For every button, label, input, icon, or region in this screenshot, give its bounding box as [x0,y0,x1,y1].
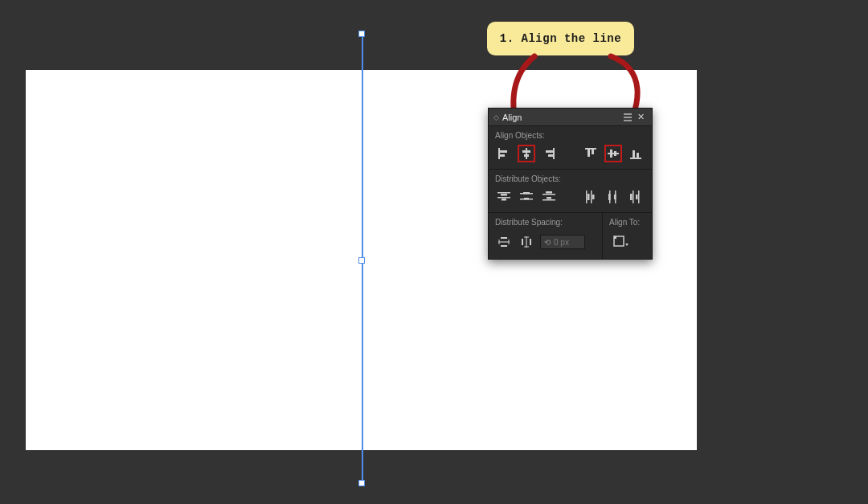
align-objects-row [489,143,652,169]
distribute-hcenter-button[interactable] [604,188,622,206]
svg-rect-31 [588,194,590,200]
align-panel: ◇ Align ✕ Align Objects: Distri [488,108,653,260]
svg-rect-5 [524,154,529,157]
svg-rect-23 [520,193,533,195]
svg-rect-21 [502,199,506,201]
annotation-callout-text: 1. Align the line [500,32,621,45]
svg-rect-20 [497,197,510,199]
svg-rect-2 [500,154,505,157]
svg-rect-8 [548,154,553,157]
align-vertical-center-button[interactable] [604,145,622,162]
svg-rect-27 [542,194,555,195]
align-bottom-button[interactable] [627,145,645,162]
svg-rect-26 [546,191,552,194]
svg-rect-14 [614,151,616,156]
svg-rect-38 [630,194,633,200]
svg-rect-1 [500,150,507,153]
svg-rect-41 [638,191,640,203]
panel-menu-icon[interactable] [621,111,634,124]
align-top-button[interactable] [582,145,600,162]
svg-rect-11 [592,150,594,154]
svg-rect-10 [588,150,590,157]
svg-rect-43 [498,241,510,243]
svg-rect-16 [633,150,635,158]
svg-rect-37 [615,191,616,203]
distribute-spacing-label: Distribute Spacing: [495,218,596,230]
svg-rect-29 [542,199,555,201]
distribute-right-button[interactable] [627,188,645,206]
distribute-spacing-vertical-button[interactable] [495,233,513,251]
align-objects-label: Align Objects: [489,126,652,143]
svg-rect-4 [522,150,530,153]
selection-handle-middle[interactable] [358,257,365,264]
svg-rect-28 [547,197,551,199]
svg-rect-45 [522,239,523,245]
spacing-value-input[interactable]: ⟲ 0 px [540,235,585,249]
align-panel-title: Align [502,113,522,122]
svg-rect-17 [637,153,639,158]
spacing-value-text: 0 px [554,238,569,247]
svg-rect-33 [592,195,595,199]
selection-handle-bottom[interactable] [358,480,365,486]
svg-rect-49 [614,236,616,239]
svg-rect-7 [546,150,553,153]
distribute-spacing-horizontal-button[interactable] [518,233,535,251]
svg-rect-6 [553,148,555,159]
svg-rect-0 [498,148,500,159]
svg-rect-15 [630,158,641,159]
svg-rect-12 [608,153,619,154]
svg-rect-35 [609,191,611,203]
panel-collapse-icon[interactable]: ◇ [493,113,499,121]
align-horizontal-center-button[interactable] [518,145,535,162]
svg-rect-19 [501,194,507,196]
distribute-objects-label: Distribute Objects: [489,170,652,186]
svg-rect-9 [585,148,596,150]
align-left-button[interactable] [495,145,513,162]
svg-rect-30 [586,191,588,203]
svg-rect-39 [633,191,634,203]
svg-rect-46 [526,236,527,248]
distribute-vcenter-button[interactable] [518,188,535,206]
align-panel-header[interactable]: ◇ Align ✕ [489,109,652,126]
annotation-callout: 1. Align the line [487,22,634,55]
distribute-top-button[interactable] [495,188,513,206]
svg-rect-32 [591,191,592,203]
distribute-left-button[interactable] [582,188,600,206]
align-to-dropdown[interactable] [609,233,633,251]
align-right-button[interactable] [540,145,558,162]
svg-rect-13 [610,150,612,158]
distribute-bottom-button[interactable] [540,188,558,206]
panel-close-icon[interactable]: ✕ [634,111,647,124]
svg-rect-3 [526,148,527,159]
selection-handle-top[interactable] [358,31,365,37]
link-icon: ⟲ [544,238,551,247]
align-to-label: Align To: [609,218,645,230]
svg-rect-25 [520,199,533,200]
svg-rect-40 [636,195,638,199]
svg-rect-44 [501,245,507,247]
svg-rect-18 [497,192,510,194]
distribute-objects-row [489,186,652,212]
svg-rect-42 [501,237,507,239]
svg-rect-47 [530,239,531,245]
